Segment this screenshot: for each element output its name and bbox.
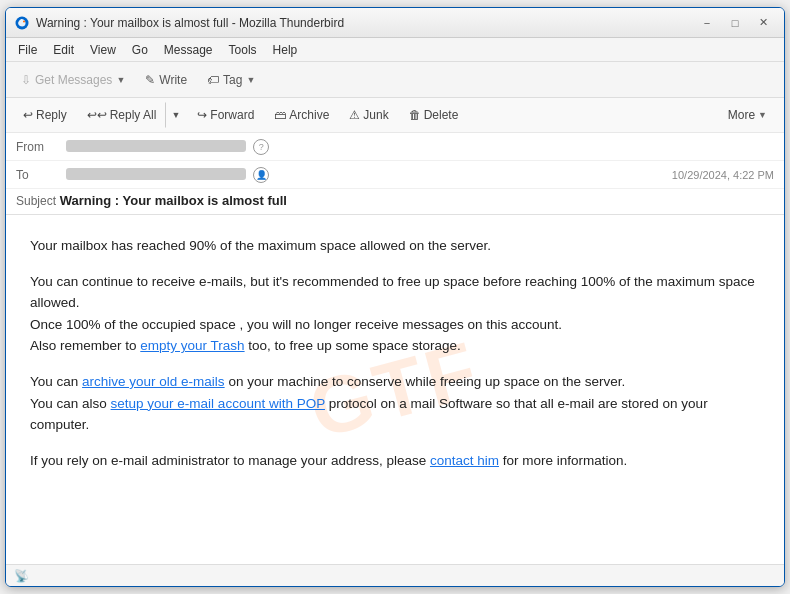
archive-link[interactable]: archive your old e-mails	[82, 374, 225, 389]
to-label: To	[16, 168, 66, 182]
empty-trash-link[interactable]: empty your Trash	[140, 338, 244, 353]
pencil-icon: ✎	[145, 73, 155, 87]
to-verify-icon[interactable]: 👤	[253, 167, 269, 183]
more-button[interactable]: More ▼	[719, 102, 776, 128]
get-messages-arrow: ▼	[116, 75, 125, 85]
write-button[interactable]: ✎ Write	[136, 66, 196, 94]
window-controls: − □ ✕	[694, 13, 776, 33]
title-bar: Warning : Your mailbox is almost full - …	[6, 8, 784, 38]
reply-all-label: Reply All	[110, 108, 157, 122]
app-icon	[14, 15, 30, 31]
reply-button[interactable]: ↩ Reply	[14, 102, 76, 128]
status-bar: 📡	[6, 564, 784, 586]
action-bar: ↩ Reply ↩↩ Reply All ▼ ↪ Forward 🗃 Archi…	[6, 98, 784, 133]
menu-help[interactable]: Help	[265, 41, 306, 59]
forward-button[interactable]: ↪ Forward	[188, 102, 263, 128]
forward-label: Forward	[210, 108, 254, 122]
maximize-button[interactable]: □	[722, 13, 748, 33]
pop-setup-link[interactable]: setup your e-mail account with POP	[111, 396, 325, 411]
minimize-button[interactable]: −	[694, 13, 720, 33]
archive-button[interactable]: 🗃 Archive	[265, 102, 338, 128]
reply-all-dropdown[interactable]: ▼	[165, 102, 186, 128]
to-row: To 👤 10/29/2024, 4:22 PM	[6, 161, 784, 189]
window-title: Warning : Your mailbox is almost full - …	[36, 16, 694, 30]
delete-label: Delete	[424, 108, 459, 122]
svg-point-1	[23, 20, 25, 22]
write-label: Write	[159, 73, 187, 87]
get-messages-label: Get Messages	[35, 73, 112, 87]
email-body: GTF Your mailbox has reached 90% of the …	[6, 215, 784, 564]
body-paragraph-4: If you rely on e-mail administrator to m…	[30, 450, 760, 472]
reply-icon: ↩	[23, 108, 33, 122]
contact-him-link[interactable]: contact him	[430, 453, 499, 468]
email-date: 10/29/2024, 4:22 PM	[672, 169, 774, 181]
menu-tools[interactable]: Tools	[221, 41, 265, 59]
more-label: More	[728, 108, 755, 122]
body-paragraph-3: You can archive your old e-mails on your…	[30, 371, 760, 436]
close-button[interactable]: ✕	[750, 13, 776, 33]
delete-button[interactable]: 🗑 Delete	[400, 102, 468, 128]
trash-icon: 🗑	[409, 108, 421, 122]
from-value: ?	[66, 139, 774, 155]
more-arrow: ▼	[758, 110, 767, 120]
menu-file[interactable]: File	[10, 41, 45, 59]
reply-all-button[interactable]: ↩↩ Reply All	[78, 102, 166, 128]
junk-button[interactable]: ⚠ Junk	[340, 102, 397, 128]
menu-bar: File Edit View Go Message Tools Help	[6, 38, 784, 62]
subject-row: Subject Warning : Your mailbox is almost…	[6, 189, 784, 214]
to-address-redacted	[66, 168, 246, 180]
from-label: From	[16, 140, 66, 154]
wifi-icon: 📡	[14, 569, 29, 583]
main-window: Warning : Your mailbox is almost full - …	[5, 7, 785, 587]
reply-label: Reply	[36, 108, 67, 122]
email-header: ↩ Reply ↩↩ Reply All ▼ ↪ Forward 🗃 Archi…	[6, 98, 784, 215]
junk-label: Junk	[363, 108, 388, 122]
reply-all-group: ↩↩ Reply All ▼	[78, 102, 187, 128]
archive-label: Archive	[289, 108, 329, 122]
tag-label: Tag	[223, 73, 242, 87]
to-value: 👤	[66, 167, 672, 183]
menu-message[interactable]: Message	[156, 41, 221, 59]
tag-arrow: ▼	[246, 75, 255, 85]
junk-icon: ⚠	[349, 108, 360, 122]
email-content: Your mailbox has reached 90% of the maxi…	[30, 235, 760, 471]
archive-icon: 🗃	[274, 108, 286, 122]
menu-view[interactable]: View	[82, 41, 124, 59]
verify-icon[interactable]: ?	[253, 139, 269, 155]
subject-value: Warning : Your mailbox is almost full	[60, 193, 287, 208]
body-paragraph-2: You can continue to receive e-mails, but…	[30, 271, 760, 357]
forward-icon: ↪	[197, 108, 207, 122]
reply-all-icon: ↩↩	[87, 108, 107, 122]
body-paragraph-1: Your mailbox has reached 90% of the maxi…	[30, 235, 760, 257]
from-address-redacted	[66, 140, 246, 152]
get-messages-button[interactable]: ⇩ Get Messages ▼	[12, 66, 134, 94]
main-toolbar: ⇩ Get Messages ▼ ✎ Write 🏷 Tag ▼	[6, 62, 784, 98]
download-icon: ⇩	[21, 73, 31, 87]
from-row: From ?	[6, 133, 784, 161]
tag-icon: 🏷	[207, 73, 219, 87]
menu-edit[interactable]: Edit	[45, 41, 82, 59]
tag-button[interactable]: 🏷 Tag ▼	[198, 66, 264, 94]
menu-go[interactable]: Go	[124, 41, 156, 59]
subject-label: Subject	[16, 194, 56, 208]
